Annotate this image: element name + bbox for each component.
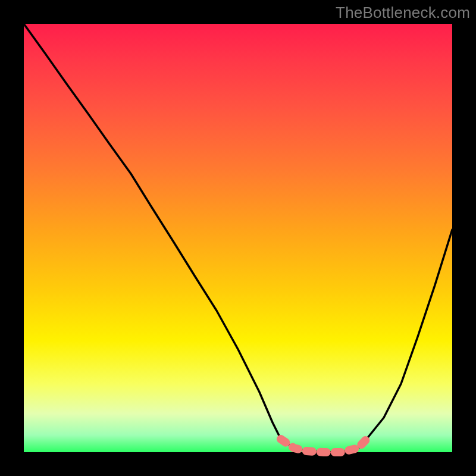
highlight-band <box>281 439 367 452</box>
chart-frame: TheBottleneck.com <box>0 0 476 476</box>
curve-layer <box>24 24 452 452</box>
plot-area <box>24 24 452 452</box>
bottleneck-curve <box>24 24 452 452</box>
watermark-text: TheBottleneck.com <box>336 4 470 22</box>
